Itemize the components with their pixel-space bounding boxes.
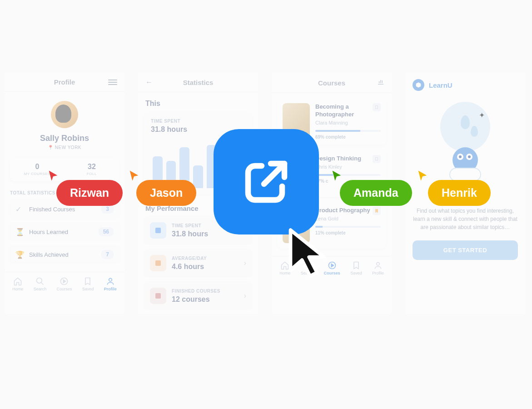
stat-row-label: Skills Achieved xyxy=(29,251,101,258)
collaborator-label-jason[interactable]: Jason xyxy=(136,180,196,206)
onboarding-subtitle: Find out what topics you find interestin… xyxy=(405,207,525,231)
stat-row-2[interactable]: 🏆 Skills Achieved 7 xyxy=(8,244,121,264)
collaborator-label-henrik[interactable]: Henrik xyxy=(428,180,491,206)
nav-search[interactable]: Search xyxy=(34,277,47,291)
course-name: Design Thinking xyxy=(315,155,381,163)
external-link-app-icon[interactable] xyxy=(214,129,319,234)
hourglass-icon: ⏳ xyxy=(15,228,24,236)
svg-rect-5 xyxy=(155,293,161,299)
chevron-right-icon: › xyxy=(244,259,246,267)
saved-icon xyxy=(83,277,92,286)
stat-row-value: 7 xyxy=(101,250,114,259)
back-icon[interactable]: ← xyxy=(145,78,153,86)
stat-row-1[interactable]: ⏳ Hours Learned 56 xyxy=(8,222,121,242)
trophy-icon: 🏆 xyxy=(15,250,24,259)
chart-bar xyxy=(193,165,203,188)
bookmark-icon[interactable] xyxy=(373,103,381,111)
user-location: 📍 NEW YORK xyxy=(5,145,124,150)
home-icon xyxy=(13,277,22,286)
courses-icon xyxy=(60,277,69,286)
course-name: Product Phography xyxy=(315,207,381,214)
course-author: Lena Gold xyxy=(315,216,381,221)
collaborator-cursor-icon xyxy=(47,169,60,184)
perf-row-icon xyxy=(150,222,166,239)
collaborator-label-amanda[interactable]: Amanda xyxy=(340,180,412,206)
get-started-button[interactable]: GET STARTED xyxy=(413,240,518,260)
stat-row-label: Finished Courses xyxy=(29,206,101,213)
svg-point-8 xyxy=(377,262,380,265)
profile-icon xyxy=(106,277,115,286)
course-author: Clara Manning xyxy=(315,120,381,125)
collaborator-label-rizwan[interactable]: Rizwan xyxy=(56,180,123,206)
bookmark-icon[interactable] xyxy=(373,155,381,163)
nav-saved[interactable]: Saved xyxy=(350,261,362,275)
period-label: This xyxy=(138,92,258,112)
stat-row-label: Hours Learned xyxy=(29,229,99,235)
avatar[interactable] xyxy=(51,101,78,128)
svg-point-0 xyxy=(36,278,42,284)
collaborator-cursor-icon xyxy=(416,169,429,184)
course-name: Becoming a Photographer xyxy=(315,103,381,119)
chevron-right-icon: › xyxy=(244,292,246,300)
course-author: Chris Kinley xyxy=(315,164,381,170)
check-icon: ✓ xyxy=(15,205,24,214)
perf-row-1[interactable]: AVERAGE/DAY 4.6 hours › xyxy=(144,249,253,278)
collaborator-cursor-icon xyxy=(330,169,343,184)
search-icon xyxy=(35,277,45,286)
stats-title: Statistics xyxy=(153,79,244,86)
perf-row-icon xyxy=(150,288,166,304)
bookmark-icon[interactable] xyxy=(373,207,381,215)
progress-label: 69% complete xyxy=(315,135,381,140)
profile-icon xyxy=(373,261,383,270)
progress-bar xyxy=(315,174,381,176)
nav-courses[interactable]: Courses xyxy=(57,277,72,291)
nav-profile[interactable]: Profile xyxy=(104,277,117,291)
onboarding-illustration: ✦ xyxy=(433,102,497,184)
saved-icon xyxy=(352,261,361,270)
perf-row-icon xyxy=(150,255,166,271)
stats-icon[interactable] xyxy=(377,78,384,87)
nav-home[interactable]: Home xyxy=(12,277,23,291)
stat-row-value: 56 xyxy=(99,227,114,236)
nav-saved[interactable]: Saved xyxy=(82,277,94,291)
collaborator-cursor-icon xyxy=(128,169,140,184)
brand-logo-icon xyxy=(413,79,424,91)
svg-rect-3 xyxy=(155,228,161,233)
progress-bar xyxy=(315,130,381,132)
stat-row-value: 3 xyxy=(101,204,114,214)
svg-point-2 xyxy=(109,278,112,281)
hamburger-icon[interactable] xyxy=(108,80,117,85)
svg-rect-4 xyxy=(155,260,161,266)
courses-title: Courses xyxy=(286,79,377,87)
bottom-nav: Home Search Courses Saved Profile xyxy=(5,272,124,296)
profile-title: Profile xyxy=(21,78,108,86)
main-cursor-icon xyxy=(283,226,333,284)
user-name: Sally Robins xyxy=(5,134,124,143)
brand-name: LearnU xyxy=(429,81,452,89)
nav-profile[interactable]: Profile xyxy=(372,261,384,275)
stat-followers[interactable]: 32 FOLL xyxy=(65,157,119,181)
perf-row-2[interactable]: FINISHED COURSES 12 courses › xyxy=(144,281,253,310)
